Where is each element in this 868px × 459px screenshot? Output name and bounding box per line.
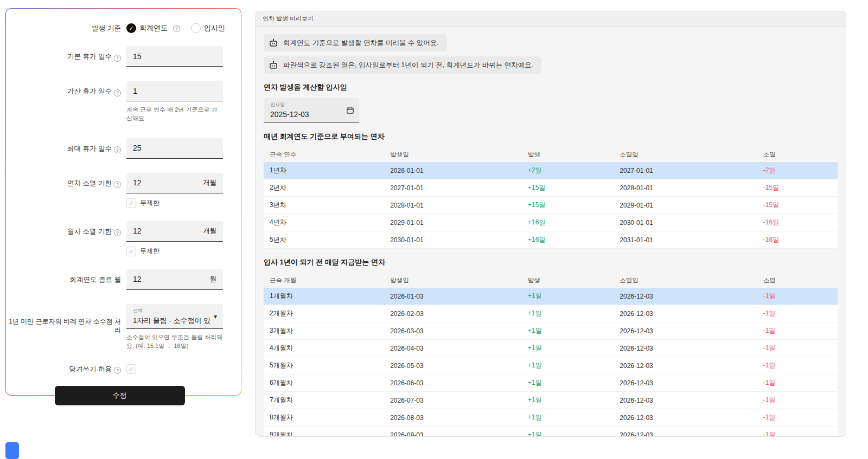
info-icon[interactable]: ?	[114, 89, 121, 96]
monthly-unlimited-checkbox-row[interactable]: ✓ 무제한	[126, 247, 223, 256]
table-row: 2년차2027-01-01+15일2028-01-01-15일	[264, 179, 838, 197]
unlimited-label: 무제한	[140, 198, 159, 208]
period-cell: 8개월차	[264, 409, 384, 426]
period-cell: 5개월차	[264, 357, 384, 374]
info-icon[interactable]: ?	[114, 181, 121, 188]
select-floating-label: 선택	[133, 307, 211, 314]
basic-days-row: 기본 휴가 일수? 15	[6, 46, 233, 67]
annual-table-title: 매년 회계연도 기준으로 부여되는 연차	[264, 132, 838, 141]
checkbox-icon: ✓	[126, 247, 136, 256]
period-cell: 3년차	[264, 197, 384, 214]
robot-icon	[269, 38, 278, 48]
grant-cell: +1일	[522, 322, 614, 340]
select-value: 1자리 올림 - 소수점이 있을 ...	[133, 316, 211, 326]
info-icon[interactable]: ?	[114, 367, 121, 374]
column-header: 발생	[522, 147, 614, 162]
table-row: 6개월차2026-06-03+1일2026-12-03-1일	[264, 374, 838, 392]
monthly-expiry-value: 12	[133, 227, 142, 235]
hire-date-input[interactable]: 입사일 2025-12-03	[264, 98, 359, 123]
radio-option-label: 회계연도	[139, 23, 168, 33]
calendar-icon[interactable]	[346, 106, 354, 114]
monthly-expiry-row: 월차 소멸 기한? 12 개월 ✓ 무제한	[6, 221, 233, 256]
expire-cell: -15일	[757, 197, 838, 214]
grant-date-cell: 2028-01-01	[384, 197, 522, 214]
table-row: 4개월차2026-04-03+1일2026-12-03-1일	[264, 340, 838, 357]
expire-cell: -16일	[757, 231, 838, 249]
monthly-expiry-input[interactable]: 12 개월	[126, 221, 223, 242]
table-row: 2개월차2026-02-03+1일2026-12-03-1일	[264, 305, 838, 322]
annual-expiry-suffix: 개월	[203, 178, 216, 188]
annual-expiry-input[interactable]: 12 개월	[126, 173, 223, 193]
save-button[interactable]: 수정	[55, 386, 185, 405]
fiscal-end-input[interactable]: 12 월	[126, 269, 223, 290]
decimal-handling-row: 1년 미만 근로자의 비례 연차 소수점 처리 선택 1자리 올림 - 소수점이…	[6, 304, 233, 351]
grant-date-cell: 2026-01-03	[384, 288, 522, 305]
leave-settings-card: 발생 기준 ✓ 회계연도 ? 입사일 기본 휴가 일수? 15	[5, 8, 241, 396]
period-cell: 4개월차	[264, 340, 384, 357]
accrual-basis-radio-group: ✓ 회계연도 ? 입사일	[126, 22, 225, 33]
expire-cell: -1일	[757, 340, 838, 357]
expire-date-cell: 2027-01-01	[614, 162, 757, 179]
column-header: 근속 개월	[264, 273, 384, 288]
expire-date-cell: 2031-01-01	[614, 231, 757, 249]
expire-date-cell: 2026-12-03	[614, 305, 757, 322]
expire-date-cell: 2029-01-01	[614, 197, 757, 214]
column-header: 소멸	[757, 273, 838, 288]
monthly-table-title: 입사 1년이 되기 전 매달 지급받는 연차	[264, 257, 838, 267]
advance-use-checkbox[interactable]: ✓	[126, 364, 136, 374]
column-header: 소멸일	[614, 147, 757, 162]
decimal-handling-select[interactable]: 선택 1자리 올림 - 소수점이 있을 ... ▼	[126, 304, 223, 329]
grant-cell: +1일	[522, 305, 614, 322]
annual-table-head: 근속 연수 발생일 발생 소멸일 소멸	[264, 147, 838, 162]
period-cell: 9개월차	[264, 426, 384, 437]
tip-text: 파란색으로 강조된 열은, 입사일로부터 1년이 되기 전, 회계년도가 바뀌는…	[283, 61, 533, 70]
table-row: 3개월차2026-03-03+1일2026-12-03-1일	[264, 322, 838, 340]
monthly-table-body: 1개월차2026-01-03+1일2026-12-03-1일2개월차2026-0…	[264, 288, 838, 437]
expire-date-cell: 2030-01-01	[614, 214, 757, 231]
grant-date-cell: 2026-01-01	[384, 162, 522, 179]
expire-date-cell: 2026-12-03	[614, 357, 757, 374]
grant-date-cell: 2026-03-03	[384, 322, 522, 340]
column-header: 소멸	[757, 147, 838, 162]
basic-days-label: 기본 휴가 일수?	[6, 46, 126, 62]
info-icon[interactable]: ?	[114, 146, 121, 153]
extra-days-label: 가산 휴가 일수?	[6, 81, 126, 96]
expire-cell: -1일	[757, 392, 838, 409]
grant-cell: +1일	[522, 392, 614, 409]
radio-option-hire-date[interactable]: 입사일	[191, 23, 225, 33]
accrual-basis-row: 발생 기준 ✓ 회계연도 ? 입사일	[6, 22, 233, 33]
grant-cell: +15일	[522, 179, 614, 197]
grant-date-cell: 2030-01-01	[384, 231, 522, 249]
expire-cell: -15일	[757, 179, 838, 197]
grant-date-cell: 2026-06-03	[384, 374, 522, 392]
grant-date-cell: 2027-01-01	[384, 179, 522, 197]
grant-cell: +1일	[522, 288, 614, 305]
info-icon[interactable]: ?	[114, 229, 121, 236]
column-header: 소멸일	[614, 273, 757, 288]
tip-text: 회계연도 기준으로 발생할 연차를 미리볼 수 있어요.	[283, 38, 439, 48]
robot-icon	[269, 60, 278, 70]
radio-unselected-icon	[191, 23, 201, 33]
fiscal-end-label: 회계연도 종료 월	[6, 269, 126, 285]
table-row: 7개월차2026-07-03+1일2026-12-03-1일	[264, 392, 838, 409]
checkbox-icon: ✓	[126, 198, 136, 208]
info-icon[interactable]: ?	[173, 25, 180, 32]
table-row: 8개월차2026-08-03+1일2026-12-03-1일	[264, 409, 838, 426]
chat-launcher-button[interactable]	[5, 442, 19, 459]
annual-unlimited-checkbox-row[interactable]: ✓ 무제한	[126, 198, 223, 208]
table-row: 3년차2028-01-01+15일2029-01-01-15일	[264, 197, 838, 214]
period-cell: 2개월차	[264, 305, 384, 322]
expire-date-cell: 2026-12-03	[614, 374, 757, 392]
radio-option-fiscal-year[interactable]: ✓ 회계연도 ?	[126, 23, 180, 33]
table-row: 5개월차2026-05-03+1일2026-12-03-1일	[264, 357, 838, 374]
info-icon[interactable]: ?	[114, 55, 121, 62]
table-row: 9개월차2026-09-03+1일2026-12-03-1일	[264, 426, 838, 437]
expire-cell: -1일	[757, 305, 838, 322]
basic-days-input[interactable]: 15	[126, 46, 223, 67]
expire-date-cell: 2028-01-01	[614, 179, 757, 197]
max-days-input[interactable]: 25	[126, 138, 223, 159]
decimal-handling-label: 1년 미만 근로자의 비례 연차 소수점 처리	[6, 304, 126, 334]
expire-date-cell: 2026-12-03	[614, 322, 757, 340]
advance-use-label: 당겨쓰기 허용?	[6, 364, 126, 374]
extra-days-input[interactable]: 1	[126, 81, 223, 101]
